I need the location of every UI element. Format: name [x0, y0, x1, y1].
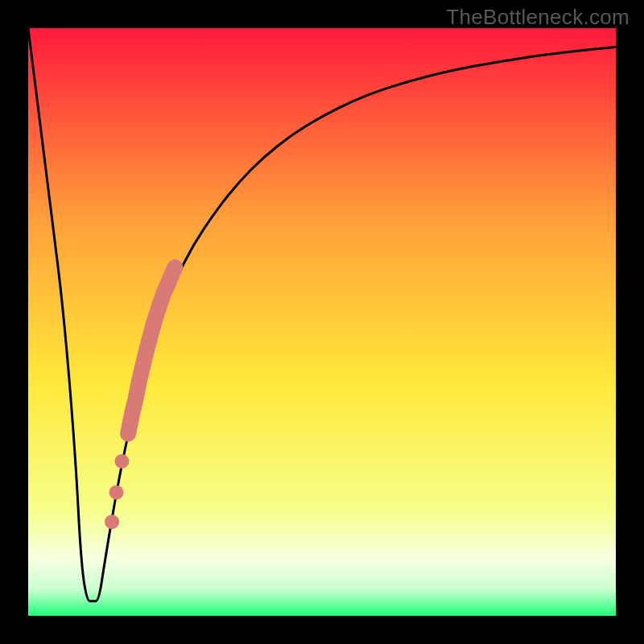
plot-svg — [28, 28, 616, 616]
watermark-text: TheBottleneck.com — [446, 5, 630, 30]
plot-area — [28, 28, 616, 616]
isolated-marker — [105, 514, 119, 529]
isolated-marker — [109, 485, 124, 500]
isolated-marker — [114, 454, 129, 469]
chart-frame: TheBottleneck.com — [0, 0, 644, 644]
